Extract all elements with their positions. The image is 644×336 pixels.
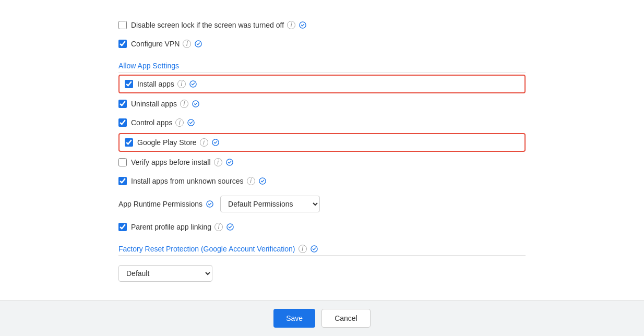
install-unknown-sources-row: Install apps from unknown sources i — [118, 172, 526, 190]
install-apps-label: Install apps i — [137, 80, 197, 88]
configure-vpn-row: Configure VPN i — [118, 34, 526, 53]
frp-section-title: Factory Reset Protection (Google Account… — [118, 236, 526, 256]
app-runtime-permissions-label: App Runtime Permissions — [118, 200, 214, 208]
parent-profile-app-linking-checkbox[interactable] — [118, 223, 127, 231]
google-play-store-checkbox[interactable] — [125, 138, 133, 147]
app-runtime-permissions-row: App Runtime Permissions Default Permissi… — [118, 190, 526, 218]
control-apps-text: Control apps — [131, 118, 172, 127]
control-apps-info-icon[interactable]: i — [175, 118, 184, 127]
parent-profile-app-linking-text: Parent profile app linking — [131, 223, 211, 231]
main-content: Disable screen lock if the screen was tu… — [0, 0, 644, 303]
uninstall-apps-label: Uninstall apps i — [131, 100, 200, 108]
frp-verified-icon — [310, 245, 318, 253]
disable-screen-lock-checkbox[interactable] — [118, 21, 127, 29]
disable-screen-lock-verified-icon — [299, 21, 307, 29]
frp-dropdown[interactable]: Default Enabled Disabled — [118, 265, 212, 282]
footer-bar: Save Cancel — [0, 300, 644, 303]
install-apps-verified-icon — [189, 80, 197, 88]
verify-apps-label: Verify apps before install i — [131, 158, 234, 166]
parent-profile-app-linking-label: Parent profile app linking i — [131, 223, 234, 231]
verify-apps-verified-icon — [225, 158, 234, 166]
google-play-store-info-icon[interactable]: i — [200, 138, 208, 147]
install-unknown-sources-checkbox[interactable] — [118, 177, 127, 185]
parent-profile-app-linking-row: Parent profile app linking i — [118, 218, 526, 236]
install-apps-text: Install apps — [137, 80, 174, 88]
uninstall-apps-text: Uninstall apps — [131, 100, 177, 108]
control-apps-verified-icon — [187, 118, 195, 127]
disable-screen-lock-row: Disable screen lock if the screen was tu… — [118, 16, 526, 34]
google-play-store-verified-icon — [211, 138, 220, 147]
configure-vpn-info-icon[interactable]: i — [183, 40, 191, 48]
app-runtime-permissions-verified-icon — [206, 200, 214, 208]
disable-screen-lock-label: Disable screen lock if the screen was tu… — [131, 21, 307, 29]
control-apps-checkbox[interactable] — [118, 118, 127, 127]
install-unknown-sources-verified-icon — [258, 177, 267, 185]
frp-dropdown-row: Default Enabled Disabled — [118, 260, 526, 287]
frp-title-text: Factory Reset Protection (Google Account… — [118, 245, 318, 253]
verify-apps-info-icon[interactable]: i — [214, 158, 222, 166]
control-apps-row: Control apps i — [118, 113, 526, 132]
configure-vpn-checkbox[interactable] — [118, 40, 127, 48]
install-unknown-sources-label: Install apps from unknown sources i — [131, 177, 267, 185]
uninstall-apps-verified-icon — [192, 100, 200, 108]
install-apps-checkbox[interactable] — [125, 80, 133, 88]
settings-container: Disable screen lock if the screen was tu… — [98, 10, 546, 303]
allow-app-settings-title: Allow App Settings — [118, 53, 526, 73]
disable-screen-lock-info-icon[interactable]: i — [287, 21, 295, 29]
install-unknown-sources-info-icon[interactable]: i — [247, 177, 255, 185]
disable-screen-lock-text: Disable screen lock if the screen was tu… — [131, 21, 284, 29]
install-apps-info-icon[interactable]: i — [177, 80, 186, 88]
app-runtime-permissions-select[interactable]: Default Permissions Grant All Permission… — [220, 196, 320, 212]
google-play-store-text: Google Play Store — [137, 138, 197, 147]
frp-info-icon[interactable]: i — [299, 245, 307, 253]
configure-vpn-text: Configure VPN — [131, 40, 180, 48]
parent-profile-app-linking-verified-icon — [226, 223, 234, 231]
install-apps-row: Install apps i — [118, 75, 526, 93]
parent-profile-app-linking-info-icon[interactable]: i — [214, 223, 223, 231]
install-unknown-sources-text: Install apps from unknown sources — [131, 177, 244, 185]
verify-apps-row: Verify apps before install i — [118, 153, 526, 172]
google-play-store-label: Google Play Store i — [137, 138, 220, 147]
verify-apps-text: Verify apps before install — [131, 158, 211, 166]
control-apps-label: Control apps i — [131, 118, 195, 127]
configure-vpn-label: Configure VPN i — [131, 40, 202, 48]
verify-apps-checkbox[interactable] — [118, 158, 127, 166]
configure-vpn-verified-icon — [194, 40, 202, 48]
uninstall-apps-checkbox[interactable] — [118, 100, 127, 108]
uninstall-apps-info-icon[interactable]: i — [180, 100, 188, 108]
app-runtime-permissions-text: App Runtime Permissions — [118, 200, 202, 208]
uninstall-apps-row: Uninstall apps i — [118, 94, 526, 113]
google-play-store-row: Google Play Store i — [118, 133, 526, 152]
